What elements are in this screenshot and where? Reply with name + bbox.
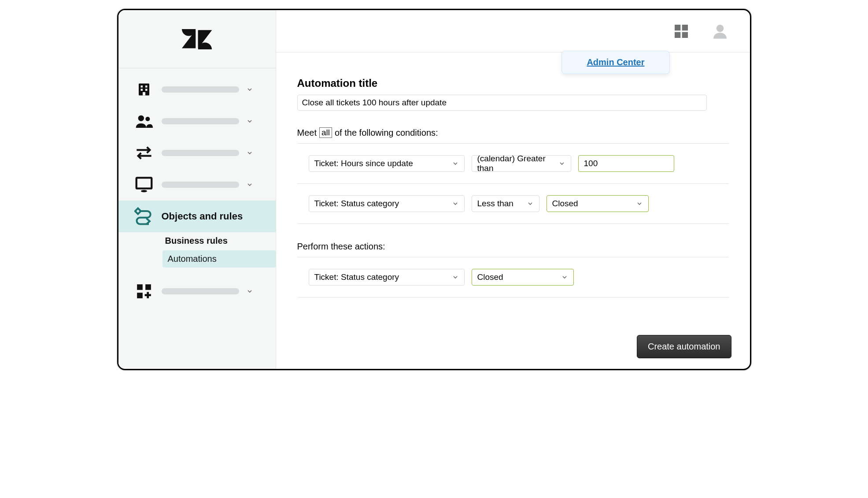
chevron-down-icon (558, 160, 565, 167)
svg-rect-4 (145, 89, 148, 91)
svg-rect-14 (145, 284, 151, 290)
chevron-down-icon (452, 274, 459, 281)
chevron-down-icon (246, 288, 255, 295)
sidebar-item-account[interactable] (118, 74, 276, 105)
sidebar-item-label: Objects and rules (162, 211, 267, 222)
actions-label: Perform these actions: (297, 242, 729, 252)
condition-row: Ticket: Hours since update (calendar) Gr… (297, 144, 729, 184)
sidebar-nav: Objects and rules Business rules Automat… (118, 68, 276, 307)
sidebar-item-objects-rules[interactable]: Objects and rules (118, 201, 276, 232)
svg-rect-2 (145, 85, 148, 88)
form-content: Automation title Meet all of the followi… (276, 52, 750, 369)
placeholder-label (162, 288, 239, 294)
sidebar: Objects and rules Business rules Automat… (118, 10, 276, 369)
zendesk-logo-icon (182, 24, 212, 54)
svg-rect-1 (140, 85, 143, 88)
profile-icon[interactable] (711, 22, 729, 40)
conditions-label: Meet all of the following conditions: (297, 127, 729, 138)
sidebar-subnav: Business rules Automations (118, 232, 276, 268)
svg-rect-19 (682, 32, 687, 37)
chevron-down-icon (636, 200, 643, 207)
action-value-select[interactable]: Closed (472, 269, 574, 286)
condition-operator-select[interactable]: Less than (472, 195, 539, 212)
select-value: Closed (477, 272, 503, 282)
svg-rect-15 (137, 293, 143, 298)
svg-rect-16 (675, 25, 680, 30)
arrows-swap-icon (133, 143, 155, 163)
select-value: Ticket: Hours since update (314, 159, 413, 168)
svg-rect-5 (143, 92, 145, 96)
title-label: Automation title (297, 77, 729, 89)
sidebar-item-apps[interactable] (118, 275, 276, 307)
sidebar-item-workspaces[interactable] (118, 169, 276, 201)
footer: Create automation (637, 335, 731, 358)
building-icon (133, 80, 155, 99)
chevron-down-icon (246, 181, 255, 188)
app-window: Objects and rules Business rules Automat… (117, 9, 751, 370)
svg-point-11 (141, 190, 147, 192)
svg-rect-13 (137, 284, 143, 290)
admin-center-tooltip: Admin Center (561, 51, 669, 74)
chevron-down-icon (452, 200, 459, 207)
automation-title-input[interactable] (297, 95, 707, 111)
svg-rect-12 (135, 208, 140, 214)
subnav-item-automations[interactable]: Automations (163, 250, 276, 268)
svg-point-7 (145, 117, 150, 121)
svg-point-20 (716, 25, 724, 32)
chevron-down-icon (246, 149, 255, 156)
svg-rect-18 (675, 32, 680, 37)
svg-rect-3 (140, 89, 143, 91)
logo-area (118, 10, 276, 68)
svg-point-6 (138, 115, 144, 121)
placeholder-label (162, 182, 239, 188)
apps-grid-icon[interactable] (672, 22, 690, 40)
chevron-down-icon (561, 274, 568, 281)
people-icon (133, 111, 155, 131)
placeholder-label (162, 86, 239, 93)
condition-row: Ticket: Status category Less than Closed (297, 184, 729, 224)
select-value: Ticket: Status category (314, 272, 399, 282)
topbar (276, 10, 750, 52)
select-value: (calendar) Greater than (477, 154, 554, 173)
chevron-down-icon (527, 200, 534, 207)
admin-center-link[interactable]: Admin Center (587, 57, 644, 67)
svg-rect-10 (136, 178, 151, 188)
select-value: Less than (477, 199, 513, 208)
action-field-select[interactable]: Ticket: Status category (309, 269, 465, 286)
meet-pre-text: Meet (297, 128, 317, 138)
chevron-down-icon (246, 118, 255, 125)
select-value: Ticket: Status category (314, 199, 399, 208)
placeholder-label (162, 150, 239, 156)
subnav-heading[interactable]: Business rules (161, 232, 276, 249)
meet-all-selector[interactable]: all (319, 127, 332, 138)
chevron-down-icon (452, 160, 459, 167)
condition-field-select[interactable]: Ticket: Status category (309, 195, 465, 212)
main-area: Admin Center Automation title Meet all o… (276, 10, 750, 369)
apps-add-icon (133, 282, 155, 301)
placeholder-label (162, 118, 239, 124)
select-value: Closed (552, 199, 578, 208)
condition-field-select[interactable]: Ticket: Hours since update (309, 155, 465, 172)
chevron-down-icon (246, 86, 255, 93)
create-automation-button[interactable]: Create automation (637, 335, 731, 358)
action-row: Ticket: Status category Closed (297, 257, 729, 297)
condition-operator-select[interactable]: (calendar) Greater than (472, 155, 571, 172)
flow-icon (133, 207, 155, 226)
meet-post-text: of the following conditions: (335, 128, 438, 138)
condition-value-select[interactable]: Closed (547, 195, 649, 212)
monitor-icon (133, 175, 155, 194)
sidebar-item-people[interactable] (118, 105, 276, 137)
condition-value-input[interactable] (578, 155, 674, 172)
svg-rect-17 (682, 25, 687, 30)
sidebar-item-channels[interactable] (118, 137, 276, 169)
